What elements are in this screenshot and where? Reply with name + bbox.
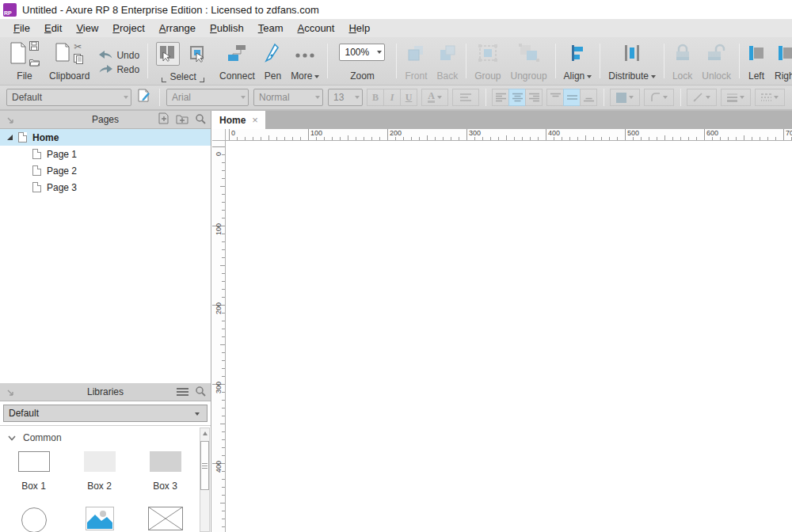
widget-box-2[interactable]: Box 2 — [67, 450, 132, 492]
connect-button[interactable]: Connect — [215, 40, 260, 83]
page-item-page-2[interactable]: Page 2 — [0, 162, 211, 179]
axure-app-icon: RP — [3, 3, 17, 17]
search-libraries-icon[interactable] — [195, 386, 206, 400]
libraries-panel-header: Libraries — [0, 383, 211, 401]
search-pages-icon[interactable] — [195, 113, 206, 127]
menu-bar: FileEditViewProjectArrangePublishTeamAcc… — [0, 19, 792, 37]
design-canvas[interactable] — [226, 141, 792, 532]
widget-ellipse[interactable] — [1, 503, 67, 526]
font-weight-value: Normal — [254, 92, 310, 103]
bracket-left-icon — [162, 78, 166, 82]
menu-edit[interactable]: Edit — [37, 21, 69, 36]
align-middle-button[interactable] — [563, 89, 581, 106]
menu-publish[interactable]: Publish — [203, 21, 251, 36]
open-folder-icon — [29, 55, 40, 70]
line-width-caret-icon — [740, 96, 744, 99]
align-button[interactable]: Align — [559, 40, 597, 83]
align-right-button[interactable]: Right — [770, 40, 792, 83]
undo-icon — [99, 50, 112, 61]
font-weight-select[interactable]: Normal — [253, 89, 323, 106]
line-color-button[interactable] — [687, 89, 717, 106]
page-label: Page 2 — [47, 165, 77, 177]
menu-help[interactable]: Help — [341, 21, 377, 36]
widget-style-select[interactable]: Default — [6, 89, 131, 106]
line-style-button[interactable] — [755, 89, 785, 106]
widget-image[interactable] — [67, 503, 132, 526]
page-item-home[interactable]: Home — [0, 129, 211, 146]
align-right-label: Right — [775, 70, 792, 82]
menu-project[interactable]: Project — [105, 21, 151, 36]
align-bottom-button[interactable] — [580, 89, 597, 106]
more-button[interactable]: More — [286, 40, 324, 83]
widget-box-3[interactable]: Box 3 — [132, 450, 198, 492]
common-section-label: Common — [23, 432, 62, 443]
align-text-right-button[interactable] — [525, 89, 543, 106]
align-icon — [570, 44, 584, 66]
undo-button[interactable]: Undo — [99, 49, 139, 63]
common-section-header[interactable]: Common — [0, 426, 211, 450]
expand-triangle-icon[interactable] — [7, 135, 13, 140]
font-size-select[interactable]: 13 — [328, 89, 363, 106]
redo-icon — [99, 64, 112, 75]
align-label: Align — [564, 70, 592, 82]
pen-button[interactable]: Pen — [260, 40, 286, 83]
italic-button[interactable]: I — [383, 89, 401, 106]
front-button[interactable]: Front — [400, 40, 432, 83]
menu-account[interactable]: Account — [290, 21, 341, 36]
select-intersected-button[interactable] — [156, 42, 180, 66]
zoom-value: 100% — [340, 47, 372, 58]
line-spacing-button[interactable] — [452, 89, 479, 106]
ungroup-button[interactable]: Ungroup — [506, 40, 552, 83]
tab-close-icon[interactable]: × — [252, 116, 258, 124]
line-width-button[interactable] — [721, 89, 751, 106]
widget-box-1[interactable]: Box 1 — [1, 450, 67, 492]
scrollbar-thumb[interactable] — [200, 441, 209, 490]
font-color-button[interactable]: A — [421, 89, 448, 106]
underline-button[interactable]: U — [400, 89, 417, 106]
style-caret-icon — [124, 96, 128, 99]
redo-button[interactable]: Redo — [99, 63, 139, 77]
toolbar-separator — [555, 44, 556, 78]
menu-file[interactable]: File — [6, 21, 37, 36]
distribute-button[interactable]: Distribute — [604, 40, 661, 83]
clipboard-group[interactable]: ✂ Clipboard — [44, 40, 94, 83]
font-family-select[interactable]: Arial — [166, 89, 249, 106]
add-page-icon[interactable] — [158, 112, 169, 127]
menu-view[interactable]: View — [69, 21, 105, 36]
widget-placeholder[interactable] — [132, 503, 198, 526]
libraries-scrollbar[interactable] — [200, 428, 210, 532]
file-group[interactable]: File — [5, 40, 44, 83]
back-button[interactable]: Back — [432, 40, 463, 83]
menu-team[interactable]: Team — [251, 21, 291, 36]
menu-arrange[interactable]: Arrange — [152, 21, 203, 36]
align-top-button[interactable] — [546, 89, 564, 106]
toolbar-separator — [466, 44, 466, 78]
zoom-select[interactable]: 100% — [339, 44, 385, 61]
select-contained-button[interactable] — [186, 42, 210, 66]
page-label: Page 1 — [47, 149, 77, 160]
format-separator — [485, 89, 486, 106]
edit-style-icon[interactable] — [138, 89, 151, 106]
library-select[interactable]: Default — [3, 405, 208, 422]
corner-radius-button[interactable] — [644, 89, 674, 106]
fill-color-button[interactable] — [610, 89, 640, 106]
page-item-page-3[interactable]: Page 3 — [0, 179, 211, 196]
undo-label: Undo — [116, 50, 139, 61]
select-group: Select — [151, 40, 215, 83]
align-text-left-button[interactable] — [492, 89, 509, 106]
toolbar-separator — [327, 44, 328, 78]
select-label: Select — [169, 71, 196, 82]
page-icon — [32, 149, 41, 159]
libraries-panel: Libraries Default Common Box 1Box 2Box 3 — [0, 383, 211, 532]
group-button[interactable]: Group — [470, 40, 505, 83]
bold-button[interactable]: B — [367, 89, 384, 106]
align-text-center-button[interactable] — [508, 89, 526, 106]
lock-button[interactable]: Lock — [668, 40, 697, 83]
libraries-menu-icon[interactable] — [177, 386, 188, 400]
tab-home[interactable]: Home × — [212, 111, 265, 129]
page-item-page-1[interactable]: Page 1 — [0, 146, 211, 162]
unlock-button[interactable]: Unlock — [697, 40, 736, 83]
group-label: Group — [474, 70, 501, 82]
align-left-button[interactable]: Left — [743, 40, 770, 83]
add-folder-icon[interactable] — [176, 113, 188, 127]
